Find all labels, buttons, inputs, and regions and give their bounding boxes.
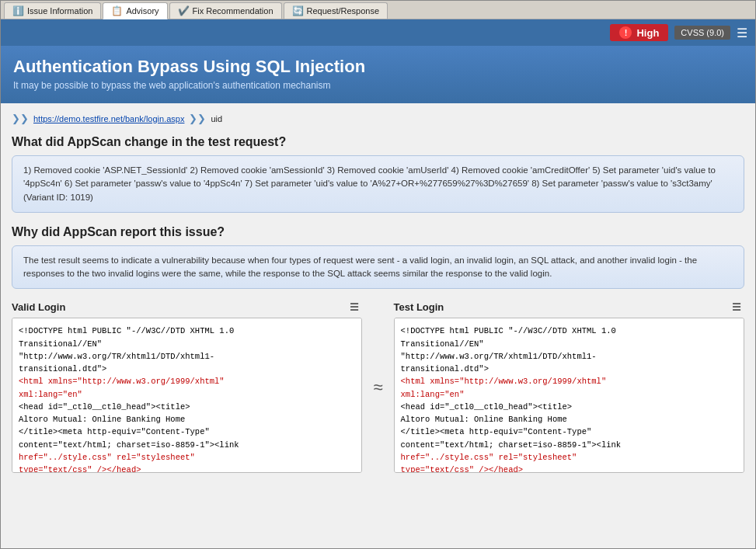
section1-content: 1) Removed cookie 'ASP.NET_SessionId' 2)… [12, 155, 744, 213]
tab-advisory-label: Advisory [126, 6, 159, 16]
severity-badge: ! High [610, 24, 668, 41]
req-icon: 🔄 [292, 5, 304, 16]
tab-req-res[interactable]: 🔄 Request/Response [284, 2, 388, 19]
section2-content: The test result seems to indicate a vuln… [12, 245, 744, 290]
advisory-icon: 📋 [111, 5, 123, 16]
menu-icon[interactable]: ☰ [737, 26, 747, 40]
cvss-badge: CVSS (9.0) [674, 26, 730, 40]
severity-bar: ! High CVSS (9.0) ☰ [1, 19, 755, 46]
valid-login-panel: Valid Login ☰ <!DOCTYPE html PUBLIC "-//… [12, 301, 362, 473]
test-login-title: Test Login [394, 301, 444, 313]
url-link[interactable]: https://demo.testfire.net/bank/login.asp… [33, 114, 184, 123]
url-param: uid [211, 114, 222, 123]
main-window: ℹ️ Issue Information 📋 Advisory ✔️ Fix R… [0, 0, 756, 549]
info-icon: ℹ️ [12, 5, 24, 16]
tab-fix-rec-label: Fix Recommendation [193, 6, 273, 16]
test-login-header: Test Login ☰ [394, 301, 744, 313]
fix-icon: ✔️ [178, 5, 190, 16]
approx-icon: ≈ [370, 377, 385, 398]
section2-heading: Why did AppScan report this issue? [12, 225, 744, 239]
valid-login-title: Valid Login [12, 301, 65, 313]
severity-label: High [636, 27, 659, 39]
issue-title: Authentication Bypass Using SQL Injectio… [13, 57, 743, 77]
url-arrow-icon: ❯❯ [12, 113, 29, 124]
valid-login-menu-icon[interactable]: ☰ [350, 301, 359, 313]
url-sep-icon: ❯❯ [189, 113, 206, 124]
test-login-panel: Test Login ☰ <!DOCTYPE html PUBLIC "-//W… [394, 301, 744, 473]
tab-advisory[interactable]: 📋 Advisory [103, 2, 167, 19]
test-login-code[interactable]: <!DOCTYPE html PUBLIC "-//W3C//DTD XHTML… [394, 318, 744, 473]
test-login-menu-icon[interactable]: ☰ [732, 301, 741, 313]
tab-fix-rec[interactable]: ✔️ Fix Recommendation [169, 2, 282, 19]
tab-bar: ℹ️ Issue Information 📋 Advisory ✔️ Fix R… [1, 1, 755, 19]
issue-subtitle: It may be possible to bypass the web app… [13, 80, 743, 91]
tab-issue-info[interactable]: ℹ️ Issue Information [4, 2, 101, 19]
section1-heading: What did AppScan change in the test requ… [12, 135, 744, 149]
issue-header: Authentication Bypass Using SQL Injectio… [1, 46, 755, 103]
exclamation-icon: ! [619, 26, 632, 39]
tab-issue-info-label: Issue Information [27, 6, 92, 16]
cvss-label: CVSS (9.0) [681, 28, 724, 37]
valid-login-code[interactable]: <!DOCTYPE html PUBLIC "-//W3C//DTD XHTML… [12, 318, 362, 473]
url-bar: ❯❯ https://demo.testfire.net/bank/login.… [12, 113, 744, 124]
tab-req-res-label: Request/Response [307, 6, 380, 16]
two-col-section: Valid Login ☰ <!DOCTYPE html PUBLIC "-//… [12, 301, 744, 473]
valid-login-header: Valid Login ☰ [12, 301, 362, 313]
main-content: ❯❯ https://demo.testfire.net/bank/login.… [1, 103, 755, 548]
